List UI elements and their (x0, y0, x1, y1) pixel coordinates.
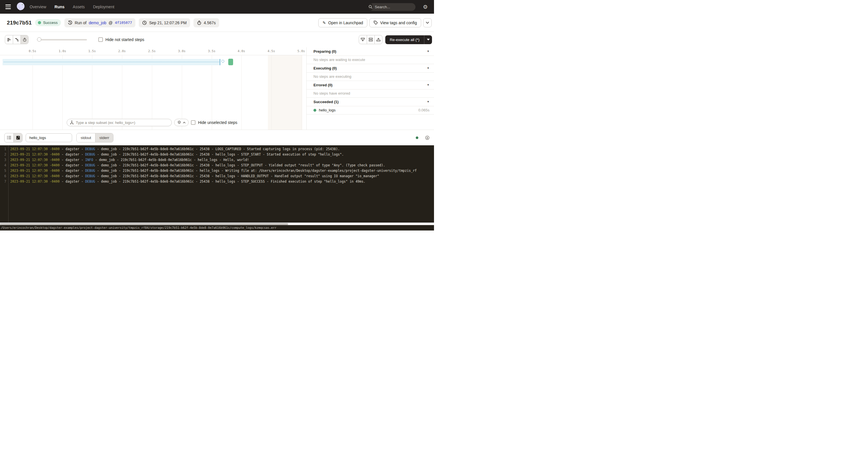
log-line: 22023-09-21 12:07:30 -0400 - dagster - D… (0, 152, 434, 157)
log-filter-input[interactable] (26, 133, 72, 142)
scrollbar-thumb[interactable] (0, 223, 288, 225)
search-icon (368, 3, 372, 11)
run-of-label: Run of (75, 21, 86, 25)
side-panel-section-header[interactable]: Executing (0)▼ (307, 64, 434, 73)
gantt-time-axis: 0.5s1.0s1.5s2.0s2.5s3.0s3.5s4.0s4.5s5.0s (0, 47, 306, 55)
line-number: 6 (0, 174, 6, 179)
log-message: 2023-09-21 12:07:30 -0400 - dagster - DE… (10, 147, 340, 151)
raw-log-viewer[interactable]: 12023-09-21 12:07:30 -0400 - dagster - D… (0, 145, 434, 222)
open-in-launchpad-button[interactable]: ✎ Open in Launchpad (318, 18, 367, 27)
hide-unselected-checkbox-group[interactable]: Hide unselected steps (191, 120, 237, 125)
history-icon (68, 21, 72, 25)
panel-top-icon[interactable] (374, 35, 382, 44)
log-line: 32023-09-21 12:07:30 -0400 - dagster - I… (0, 157, 434, 163)
nav-links: OverviewRunsAssetsDeployment (30, 5, 114, 9)
collapse-chevron-icon[interactable]: ▼ (427, 100, 429, 103)
run-of-pill: Run of demo_job @ 4f105077 (64, 18, 135, 27)
collapse-chevron-icon[interactable]: ▼ (427, 67, 429, 69)
log-line: 72023-09-21 12:07:30 -0400 - dagster - D… (0, 179, 434, 184)
graph-query-toggle-button[interactable] (174, 119, 189, 126)
layers-icon (177, 121, 181, 124)
status-label: Success (43, 21, 58, 25)
hide-not-started-checkbox[interactable] (98, 37, 103, 42)
step-waiting-bar[interactable] (3, 59, 220, 65)
log-message: 2023-09-21 12:07:30 -0400 - dagster - IN… (10, 158, 249, 162)
axis-gridline (62, 55, 63, 130)
step-row[interactable]: hello_logs0.065s (307, 106, 434, 115)
flat-view-icon[interactable] (5, 35, 13, 44)
panel-bottom-icon[interactable] (359, 35, 367, 44)
slider-thumb[interactable] (37, 37, 41, 41)
nav-item-overview[interactable]: Overview (30, 5, 46, 9)
side-panel-section-header[interactable]: Preparing (0)▼ (307, 47, 434, 56)
gantt-chart-canvas[interactable]: Hide unselected steps (0, 55, 306, 130)
log-view-toggle (4, 133, 23, 143)
job-link[interactable]: demo_job (89, 21, 106, 25)
axis-tick-label: 0.5s (29, 49, 36, 53)
log-timestamp: 2023-09-21 12:07:30 -0400 (10, 147, 60, 151)
re-execute-caret[interactable] (424, 35, 432, 44)
pencil-icon: ✎ (322, 21, 326, 25)
waterfall-view-icon[interactable] (13, 35, 21, 44)
gantt-zoom-slider[interactable] (37, 37, 87, 42)
raw-log-icon[interactable] (13, 133, 22, 142)
nav-item-assets[interactable]: Assets (73, 5, 85, 9)
side-panel-section-header[interactable]: Succeeded (1)▼ (307, 98, 434, 106)
axis-tick-label: 4.5s (268, 49, 275, 53)
axis-gridline (32, 55, 33, 130)
tab-stderr[interactable]: stderr (95, 133, 114, 142)
clock-icon (142, 21, 147, 25)
line-number: 2 (0, 152, 6, 157)
log-source: - dagster - (60, 169, 85, 173)
snapshot-link[interactable]: 4f105077 (115, 21, 132, 25)
collapse-chevron-icon[interactable]: ▼ (427, 84, 429, 86)
log-source: - dagster - (60, 180, 85, 183)
log-level: DEBUG (85, 147, 95, 151)
step-subset-input[interactable] (76, 121, 169, 125)
collapse-chevron-icon[interactable]: ▼ (427, 50, 429, 53)
step-marker-circle[interactable] (221, 60, 224, 63)
hamburger-icon[interactable] (5, 3, 12, 10)
step-success-bar[interactable] (228, 59, 233, 65)
hide-not-started-checkbox-group[interactable]: Hide not started steps (98, 37, 144, 42)
timed-view-icon[interactable] (21, 35, 28, 44)
nav-item-deployment[interactable]: Deployment (93, 5, 114, 9)
axis-tick-label: 5.0s (298, 49, 305, 53)
log-line: 62023-09-21 12:07:30 -0400 - dagster - D… (0, 174, 434, 179)
more-actions-button[interactable] (423, 18, 432, 27)
horizontal-scrollbar[interactable] (0, 222, 434, 225)
axis-tick-label: 3.5s (208, 49, 216, 53)
hide-unselected-checkbox[interactable] (191, 120, 195, 125)
log-body: - demo_job - 219c7b51-b62f-4e5b-8de8-0e7… (95, 152, 344, 156)
axis-gridline (92, 55, 92, 130)
axis-gridline (241, 55, 242, 130)
dagster-logo[interactable] (16, 2, 26, 12)
axis-tick-label: 1.0s (59, 49, 66, 53)
global-search[interactable]: / (368, 3, 415, 11)
log-line: 52023-09-21 12:07:30 -0400 - dagster - D… (0, 168, 434, 174)
log-line: 12023-09-21 12:07:30 -0400 - dagster - D… (0, 147, 434, 152)
panel-split-icon[interactable] (367, 35, 374, 44)
search-input[interactable] (372, 5, 415, 9)
tab-stdout[interactable]: stdout (76, 133, 95, 142)
log-file-path: /Users/erincochran/Desktop/dagster-examp… (1, 226, 276, 229)
panel-position-toggle (359, 35, 382, 44)
axis-gridline (122, 55, 122, 130)
section-empty-message: No steps are waiting to execute (307, 56, 434, 64)
log-body: - demo_job - 219c7b51-b62f-4e5b-8de8-0e7… (95, 174, 379, 178)
side-panel-section-header[interactable]: Errored (0)▼ (307, 81, 434, 89)
structured-log-icon[interactable] (5, 133, 13, 142)
view-tags-config-button[interactable]: View tags and config (369, 18, 421, 27)
nav-item-runs[interactable]: Runs (55, 5, 64, 9)
log-source: - dagster - (60, 158, 85, 162)
step-subset-input-wrap (67, 119, 172, 126)
log-timestamp: 2023-09-21 12:07:30 -0400 (10, 180, 60, 183)
log-body: - demo_job - 219c7b51-b62f-4e5b-8de8-0e7… (95, 147, 340, 151)
log-level: DEBUG (85, 169, 95, 173)
line-number: 7 (0, 179, 6, 184)
chevron-down-icon (426, 22, 429, 24)
run-duration: 4.567s (204, 21, 216, 25)
gear-icon[interactable]: ⚙ (423, 4, 428, 10)
re-execute-label[interactable]: Re-execute all (*) (385, 35, 424, 44)
download-icon[interactable] (425, 135, 429, 140)
